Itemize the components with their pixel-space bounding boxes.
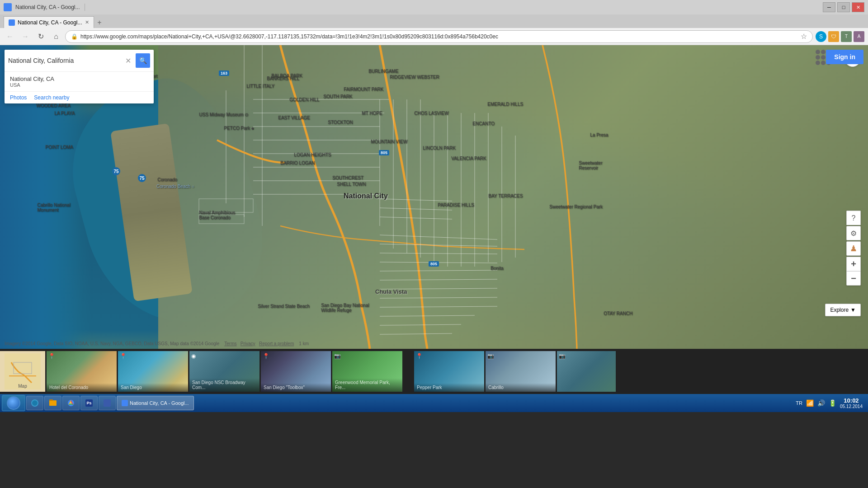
taskbar-app5[interactable] <box>99 396 116 410</box>
home-button[interactable]: ⌂ <box>50 30 62 43</box>
taskbar-active-window[interactable]: National City, CA - Googl... <box>117 396 194 410</box>
photo-pepper[interactable]: 📍 Pepper Park <box>414 351 484 392</box>
pegman-button[interactable]: ♟ <box>846 241 861 256</box>
tab-bar: National City, CA - Googl... ✕ + <box>0 14 868 28</box>
map-container[interactable]: National City Chula Vista POINT LOMA Cor… <box>0 45 868 349</box>
bottom-controls: Explore ▼ <box>825 304 861 316</box>
close-button[interactable]: ✕ <box>852 2 864 12</box>
route-75-2: 75 <box>138 174 146 182</box>
photo-label-cabrillo: Cabrillo <box>486 383 556 392</box>
scale-label: 1 km <box>299 341 309 346</box>
tab-close-button[interactable]: ✕ <box>85 19 89 25</box>
browser-chrome: National City, CA - Googl... ─ □ ✕ Natio… <box>0 0 868 45</box>
photos-button[interactable]: Photos <box>10 94 27 101</box>
app5-icon <box>104 399 111 407</box>
taskbar-explorer[interactable] <box>44 396 61 410</box>
explore-chevron: ▼ <box>850 307 856 313</box>
photo-label-greenwood: Greenwood Memorial Park, Fre... <box>332 378 402 392</box>
forward-button[interactable]: → <box>19 30 32 43</box>
taskbar-clock[interactable]: 10:02 05.12.2014 <box>840 397 863 409</box>
back-button[interactable]: ← <box>4 30 16 43</box>
photo-icon-hotel: 📍 <box>48 353 55 359</box>
nav-right-controls: S 🛡 T A <box>816 31 864 42</box>
ext-icon-1[interactable]: T <box>841 31 852 42</box>
settings-button[interactable]: ⚙ <box>846 226 861 240</box>
search-input-row: National City, California ✕ 🔍 <box>5 50 154 72</box>
route-75-1: 75 <box>112 167 120 175</box>
photo-san-diego[interactable]: 📍 San Diego <box>118 351 188 392</box>
photo-cabrillo[interactable]: 📷 Cabrillo <box>486 351 556 392</box>
photo-extra[interactable]: 📷 <box>557 351 616 392</box>
nav-bar: ← → ↻ ⌂ 🔒 https://www.google.com/maps/pl… <box>0 28 868 45</box>
taskbar-ie[interactable] <box>26 396 43 410</box>
photo-icon-greenwood: 📷 <box>334 353 341 359</box>
explore-button[interactable]: Explore ▼ <box>825 304 861 316</box>
result-highlight: USA <box>10 82 20 88</box>
minimize-button[interactable]: ─ <box>823 2 835 12</box>
url-text: https://www.google.com/maps/place/Nation… <box>80 33 798 40</box>
clock-date: 05.12.2014 <box>840 404 863 409</box>
explore-label: Explore <box>830 307 849 313</box>
photos-strip: Map 📍 Hotel del Coronado 📍 San Diego ◉ S… <box>0 349 868 394</box>
ie-icon <box>31 399 38 407</box>
address-bar[interactable]: 🔒 https://www.google.com/maps/place/Nati… <box>65 30 813 43</box>
skype-icon[interactable]: S <box>816 31 826 42</box>
taskbar: Ps National City, CA - Googl... TR 📶 🔊 🔋… <box>0 394 868 412</box>
tab-favicon <box>9 19 15 26</box>
photo-hotel-coronado[interactable]: 📍 Hotel del Coronado <box>47 351 117 392</box>
taskbar-chrome[interactable] <box>62 396 80 410</box>
taskbar-photoshop[interactable]: Ps <box>80 396 98 410</box>
zoom-in-button[interactable]: + <box>846 257 861 271</box>
explorer-icon <box>49 399 57 407</box>
start-button[interactable] <box>2 395 25 411</box>
photo-label-sandiego: San Diego <box>118 383 188 392</box>
search-input[interactable]: National City, California <box>8 57 121 64</box>
audio-icon[interactable]: 🔊 <box>817 399 825 407</box>
map-thumb-label: Map <box>5 384 41 389</box>
terms-link[interactable]: Terms <box>224 341 236 346</box>
locale-indicator: TR <box>796 400 802 406</box>
search-result-item[interactable]: National City, CA USA <box>5 72 154 92</box>
network-icon[interactable]: 📶 <box>806 399 814 407</box>
security-icon[interactable]: 🛡 <box>828 31 839 42</box>
taskbar-active-favicon <box>122 400 128 406</box>
battery-icon[interactable]: 🔋 <box>829 399 836 407</box>
highway-marker-805: 805 <box>379 150 389 155</box>
photo-label-hotel: Hotel del Coronado <box>47 383 117 392</box>
bookmark-icon[interactable]: ☆ <box>801 32 807 41</box>
privacy-link[interactable]: Privacy <box>241 341 255 346</box>
zoom-out-button[interactable]: − <box>846 271 861 286</box>
photo-label-toolbox: San Diego "Toolbox" <box>261 383 331 392</box>
land-area <box>158 45 868 349</box>
ext-icon-2[interactable]: A <box>854 31 864 42</box>
tab-title-text: National City, CA - Googl... <box>18 19 82 26</box>
tab-title: National City, CA - Googl... <box>15 4 80 10</box>
photo-toolbox[interactable]: 📍 San Diego "Toolbox" <box>261 351 331 392</box>
ssl-icon: 🔒 <box>71 33 78 40</box>
ps-icon: Ps <box>85 399 93 407</box>
zoom-control-group: + − <box>846 257 861 286</box>
photo-greenwood[interactable]: 📷 Greenwood Memorial Park, Fre... <box>332 351 402 392</box>
report-problem-link[interactable]: Report a problem <box>259 341 294 346</box>
highway-marker-163: 163 <box>219 70 229 76</box>
photo-broadway[interactable]: ◉ San Diego NSC Broadway Com... <box>189 351 259 392</box>
search-submit-button[interactable]: 🔍 <box>136 53 150 68</box>
refresh-button[interactable]: ↻ <box>34 30 47 43</box>
chrome-icon <box>67 399 75 407</box>
active-tab[interactable]: National City, CA - Googl... ✕ <box>4 16 94 28</box>
new-tab-button[interactable]: + <box>94 17 105 28</box>
map-zoom-controls: ? ⚙ ♟ + − <box>846 211 861 286</box>
help-button[interactable]: ? <box>846 211 861 225</box>
search-clear-button[interactable]: ✕ <box>123 56 133 65</box>
map-attribution: Imagery ©2014 Google, Data SIO, NOAA, U.… <box>5 341 309 346</box>
taskbar-active-label: National City, CA - Googl... <box>130 400 189 406</box>
photo-label-broadway: San Diego NSC Broadway Com... <box>189 378 259 392</box>
photo-icon-extra: 📷 <box>559 353 566 359</box>
search-nearby-button[interactable]: Search nearby <box>34 94 69 101</box>
photos-map-thumb[interactable]: Map <box>0 351 45 392</box>
svg-rect-8 <box>49 399 53 401</box>
maximize-button[interactable]: □ <box>837 2 850 12</box>
highway-marker-805-2: 805 <box>429 261 439 267</box>
photo-icon-sandiego: 📍 <box>120 353 127 359</box>
signin-button[interactable]: Sign in <box>826 50 863 64</box>
